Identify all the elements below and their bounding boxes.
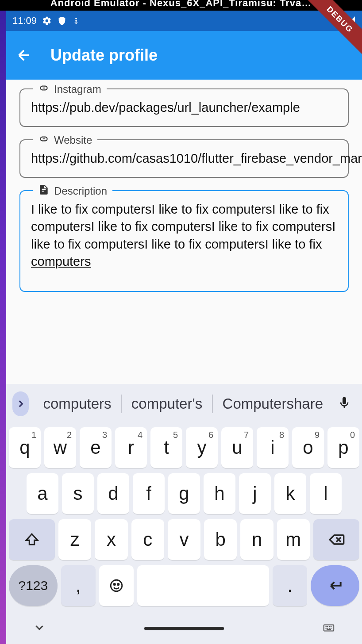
key-m[interactable]: m — [277, 519, 310, 560]
key-v[interactable]: v — [168, 519, 200, 560]
comma-key[interactable]: , — [61, 565, 96, 606]
key-a[interactable]: a — [27, 473, 58, 514]
key-w[interactable]: 2w — [44, 427, 76, 468]
keyboard-suggestion-bar: computers computer's Computershare — [6, 384, 362, 424]
status-bar: 11:09 — [6, 11, 362, 31]
website-label: Website — [33, 133, 97, 147]
suggestion-3[interactable]: Computershare — [213, 392, 333, 416]
key-g[interactable]: g — [168, 473, 200, 514]
key-e[interactable]: 3e — [80, 427, 112, 468]
svg-point-8 — [329, 626, 330, 627]
svg-rect-14 — [327, 629, 331, 630]
svg-point-12 — [329, 628, 330, 629]
link-icon — [38, 133, 50, 147]
gear-icon — [42, 16, 52, 26]
key-y[interactable]: 6y — [186, 427, 218, 468]
expand-suggestions-button[interactable] — [12, 391, 29, 416]
more-notifications-icon — [72, 17, 80, 25]
gesture-pill[interactable] — [144, 627, 224, 630]
key-u[interactable]: 7u — [221, 427, 253, 468]
key-h[interactable]: h — [204, 473, 235, 514]
emoji-key[interactable] — [99, 565, 134, 606]
svg-point-2 — [111, 580, 122, 591]
suggestion-1[interactable]: computers — [33, 392, 121, 416]
backspace-key[interactable] — [313, 519, 359, 560]
key-k[interactable]: k — [274, 473, 306, 514]
key-l[interactable]: l — [310, 473, 342, 514]
svg-point-4 — [118, 583, 119, 585]
key-b[interactable]: b — [204, 519, 237, 560]
instagram-field[interactable]: Instagram https://pub.dev/packages/url_l… — [19, 88, 349, 127]
svg-point-3 — [114, 583, 115, 585]
emulator-title-bar: Android Emulator - Nexus_6X_API_Tiramisu… — [0, 0, 362, 11]
space-key[interactable] — [137, 565, 269, 606]
description-text: I like to fix computersI like to fix com… — [31, 202, 335, 251]
instagram-label: Instagram — [33, 82, 107, 96]
link-icon — [38, 82, 50, 96]
description-input[interactable]: I like to fix computersI like to fix com… — [19, 190, 349, 292]
key-d[interactable]: d — [97, 473, 129, 514]
key-q[interactable]: 1q — [9, 427, 41, 468]
key-c[interactable]: c — [131, 519, 164, 560]
key-j[interactable]: j — [239, 473, 271, 514]
key-f[interactable]: f — [133, 473, 165, 514]
svg-point-11 — [327, 628, 328, 629]
svg-point-7 — [327, 626, 328, 627]
suggestion-2[interactable]: computer's — [122, 392, 212, 416]
svg-point-0 — [75, 18, 77, 19]
system-nav-bar — [6, 613, 362, 644]
shift-key[interactable] — [9, 519, 55, 560]
back-button[interactable] — [15, 46, 33, 64]
key-r[interactable]: 4r — [115, 427, 147, 468]
svg-point-9 — [331, 626, 332, 627]
form-content: Instagram https://pub.dev/packages/url_l… — [6, 80, 362, 384]
svg-point-13 — [331, 628, 332, 629]
wallpaper-edge — [0, 11, 6, 644]
enter-key[interactable] — [311, 565, 359, 606]
switch-keyboard-button[interactable] — [322, 621, 335, 636]
hide-keyboard-button[interactable] — [33, 621, 46, 636]
svg-point-1 — [75, 20, 77, 22]
key-o[interactable]: 9o — [292, 427, 324, 468]
key-s[interactable]: s — [62, 473, 94, 514]
key-t[interactable]: 5t — [150, 427, 182, 468]
page-title: Update profile — [50, 46, 158, 65]
shield-icon — [57, 16, 67, 26]
key-x[interactable]: x — [95, 519, 127, 560]
website-field[interactable]: Website https://github.com/casas1010/flu… — [19, 139, 349, 178]
status-time: 11:09 — [12, 15, 37, 27]
description-field[interactable]: Description I like to fix computersI lik… — [19, 190, 349, 292]
symbols-key[interactable]: ?123 — [9, 565, 58, 606]
key-i[interactable]: 8i — [257, 427, 289, 468]
svg-point-6 — [326, 626, 327, 627]
key-p[interactable]: 0p — [327, 427, 359, 468]
key-z[interactable]: z — [58, 519, 91, 560]
voice-input-button[interactable] — [333, 396, 356, 412]
svg-point-10 — [326, 628, 327, 629]
description-label: Description — [33, 184, 112, 198]
description-composing-word: computers — [31, 254, 91, 268]
period-key[interactable]: . — [273, 565, 307, 606]
app-bar: DEBUG Update profile — [6, 31, 362, 80]
document-icon — [38, 184, 50, 198]
soft-keyboard: 1q2w3e4r5t6y7u8i9o0p asdfghjkl zxcvbnm ?… — [6, 424, 362, 613]
device-frame: 11:09 DEBUG — [6, 11, 362, 644]
key-n[interactable]: n — [240, 519, 273, 560]
